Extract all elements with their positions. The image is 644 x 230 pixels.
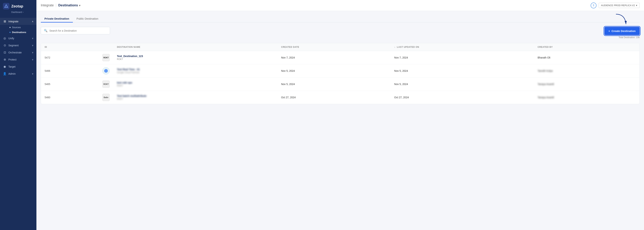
table-row[interactable]: 5460 Bathr Test batch multiattribute ROK… [41, 91, 640, 104]
cell-id: 5465 [41, 78, 99, 91]
cell-dest-name: Test Real Time - 01 Google Cloud Pub/Sub [113, 64, 278, 78]
sidebar-item-unify-label: Unify [8, 37, 14, 40]
logo-icon [3, 3, 10, 9]
sidebar-item-target-label: Target [8, 65, 16, 68]
sidebar-nav: ⊞ Integrate ∧ Sources Destinations ◎ Uni… [0, 16, 36, 230]
sidebar-item-protect-label: Protect [8, 58, 16, 61]
destination-name: Test Real Time - 01 [117, 68, 274, 71]
cell-created-date: Nov 5, 2024 [278, 78, 390, 91]
sidebar-item-integrate-label: Integrate [8, 20, 18, 23]
tab-public-destination[interactable]: Public Destination [73, 15, 102, 22]
cell-created-by: Tanaya Avantil [534, 91, 640, 104]
create-destination-button[interactable]: + Create Destination [604, 27, 640, 35]
topbar-title-chevron[interactable]: ▾ [79, 4, 80, 7]
col-created: CREATED DATE [278, 43, 390, 51]
svg-point-1 [104, 69, 108, 73]
destination-brand: ROKT [117, 58, 274, 61]
segment-icon: ⊙ [3, 44, 6, 47]
arrow-annotation [614, 12, 629, 27]
unify-chevron: ∨ [32, 37, 34, 40]
col-id: ID [41, 43, 99, 51]
brand-badge: ROKT [102, 81, 110, 88]
sidebar-item-integrate[interactable]: ⊞ Integrate ∧ [0, 18, 36, 25]
search-action-row: 🔍 + Create D [41, 27, 640, 39]
destinations-table: ID DESTINATION NAME CREATED DATE ↓ LAST … [41, 43, 640, 104]
table-row[interactable]: 5466 Test Real Time - 01 Google Cloud Pu… [41, 64, 640, 78]
create-btn-label: Create Destination [612, 29, 636, 32]
col-dest-name: DESTINATION NAME [113, 43, 278, 51]
env-selector[interactable]: AUDIENCE PROD REPLICA V2 ▾ [599, 3, 640, 8]
cell-updated-date: Nov 7, 2024 [391, 51, 534, 64]
topbar-title-text: Destinations [58, 3, 78, 7]
orchestrate-icon: ⊡ [3, 51, 6, 54]
brand-badge: Bathr [102, 94, 110, 101]
tab-private-destination[interactable]: Private Destination [41, 15, 73, 22]
sidebar-item-protect[interactable]: ⊛ Protect ∨ [0, 56, 36, 63]
cell-id: 5466 [41, 64, 99, 78]
sidebar-item-orchestrate-label: Orchestrate [8, 51, 22, 54]
sidebar-item-target[interactable]: ◉ Target [0, 63, 36, 70]
admin-icon: 👤 [3, 72, 6, 75]
cell-updated-date: Oct 27, 2024 [391, 91, 534, 104]
cell-dest-name: Test batch multiattribute ROKT [113, 91, 278, 104]
orchestrate-chevron: ∨ [32, 51, 34, 54]
integrate-chevron: ∧ [32, 20, 34, 23]
page-content: Private Destination Public Destination 🔍 [36, 11, 644, 230]
integrate-subnav: Sources Destinations [0, 25, 36, 35]
table-row[interactable]: 5472 ROKT Test_Destination_123 ROKT Nov … [41, 51, 640, 64]
cell-created-date: Nov 5, 2024 [278, 64, 390, 78]
brand-badge [102, 67, 110, 75]
topbar-title: Destinations ▾ [58, 3, 80, 7]
cell-brand-icon: ROKT [99, 78, 113, 91]
col-created-by: CREATED BY [534, 43, 640, 51]
cell-dest-name: test rokt ops ROKT [113, 78, 278, 91]
table-row[interactable]: 5465 ROKT test rokt ops ROKT Nov 5, 2024… [41, 78, 640, 91]
protect-chevron: ∨ [32, 58, 34, 61]
cell-brand-icon [99, 64, 113, 78]
search-input[interactable] [49, 29, 107, 32]
sidebar-item-destinations[interactable]: Destinations [6, 30, 36, 35]
destination-brand: Google Cloud Pub/Sub [117, 71, 274, 74]
cell-created-date: Nov 7, 2024 [278, 51, 390, 64]
protect-icon: ⊛ [3, 58, 6, 61]
sidebar-item-admin[interactable]: 👤 Admin ∨ [0, 70, 36, 77]
unify-icon: ◎ [3, 36, 6, 40]
col-icon [99, 43, 113, 51]
sidebar-item-segment-label: Segment [8, 44, 18, 47]
sidebar-item-admin-label: Admin [8, 72, 16, 75]
destination-name: Test batch multiattribute [117, 95, 274, 97]
dashboard-link[interactable]: Dashboard [0, 11, 36, 16]
help-button[interactable]: ? [591, 2, 596, 8]
env-label: AUDIENCE PROD REPLICA V2 [601, 4, 635, 7]
cell-created-by: Tanaya Avantil [534, 78, 640, 91]
destination-name: test rokt ops [117, 81, 274, 84]
sidebar-item-unify[interactable]: ◎ Unify ∨ [0, 35, 36, 42]
logo-area: Zeotap [0, 0, 36, 11]
sidebar-item-orchestrate[interactable]: ⊡ Orchestrate ∨ [0, 49, 36, 56]
env-chevron: ▾ [636, 4, 637, 7]
main-content: Integrate Destinations ▾ ? AUDIENCE PROD… [36, 0, 644, 230]
destinations-dot [10, 32, 10, 33]
brand-badge: ROKT [102, 54, 110, 61]
target-icon: ◉ [3, 65, 6, 68]
cell-dest-name: Test_Destination_123 ROKT [113, 51, 278, 64]
admin-chevron: ∨ [32, 73, 34, 75]
sidebar-item-sources[interactable]: Sources [6, 25, 36, 30]
destination-brand: ROKT [117, 98, 274, 100]
topbar-integrate-label: Integrate [41, 3, 54, 7]
cell-brand-icon: Bathr [99, 91, 113, 104]
sort-arrow-icon: ↓ [394, 46, 396, 48]
segment-chevron: ∨ [32, 44, 34, 47]
topbar: Integrate Destinations ▾ ? AUDIENCE PROD… [36, 0, 644, 11]
cell-created-date: Oct 27, 2024 [278, 91, 390, 104]
destination-brand: ROKT [117, 85, 274, 87]
create-btn-wrapper: + Create Destination Total Destination: … [604, 27, 640, 39]
cell-updated-date: Nov 5, 2024 [391, 64, 534, 78]
col-updated[interactable]: ↓ LAST UPDATED ON [391, 43, 534, 51]
cell-created-by: Bharath Oli [534, 51, 640, 64]
sidebar-item-destinations-label: Destinations [12, 31, 26, 34]
sidebar-item-segment[interactable]: ⊙ Segment ∨ [0, 42, 36, 49]
integrate-icon: ⊞ [3, 20, 6, 23]
cell-id: 5472 [41, 51, 99, 64]
search-box[interactable]: 🔍 [41, 27, 110, 34]
